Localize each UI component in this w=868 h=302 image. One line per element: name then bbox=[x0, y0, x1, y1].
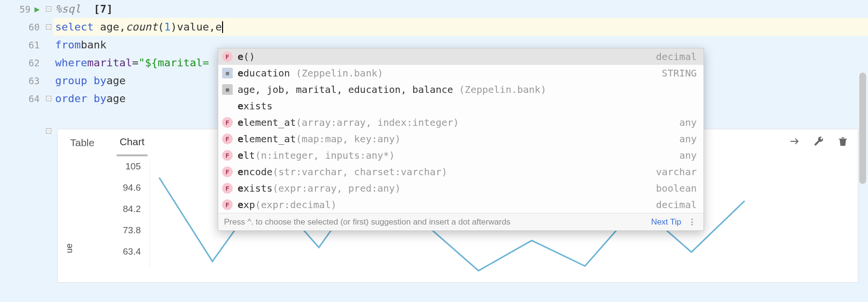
line-number: 60 bbox=[29, 22, 40, 32]
wrench-icon[interactable] bbox=[813, 136, 824, 150]
autocomplete-item[interactable]: Fencode(str:varchar, charset:varchar)var… bbox=[218, 164, 703, 180]
line-gutter: 59 ▶ 60 61 62 63 64 bbox=[0, 0, 44, 302]
tab-chart[interactable]: Chart bbox=[117, 129, 147, 156]
autocomplete-label: elt(n:integer, inputs:any*) bbox=[238, 150, 673, 161]
cell-number: [7] bbox=[93, 3, 113, 15]
autocomplete-type: any bbox=[679, 133, 697, 145]
autocomplete-type: any bbox=[679, 117, 697, 128]
autocomplete-popup: Fe()decimal▦education (Zeppelin.bank)STR… bbox=[218, 48, 704, 231]
function-icon: F bbox=[222, 166, 233, 177]
autocomplete-label: age, job, marital, education, balance (Z… bbox=[238, 84, 697, 95]
gutter-line: 60 bbox=[0, 18, 44, 36]
function-icon: F bbox=[222, 150, 233, 161]
gutter-line: 64 bbox=[0, 90, 44, 107]
gutter-line: 59 ▶ bbox=[0, 0, 44, 18]
autocomplete-item[interactable]: Felt(n:integer, inputs:any*)any bbox=[218, 147, 703, 164]
autocomplete-footer: Press ^. to choose the selected (or firs… bbox=[218, 213, 703, 230]
autocomplete-item[interactable]: Fe()decimal bbox=[218, 48, 703, 65]
autocomplete-type: boolean bbox=[656, 182, 697, 194]
chart-y-label: ue bbox=[64, 243, 75, 253]
autocomplete-label: education (Zeppelin.bank) bbox=[238, 67, 656, 79]
tab-table[interactable]: Table bbox=[67, 130, 97, 155]
function-icon: F bbox=[222, 51, 233, 62]
autocomplete-type: STRING bbox=[662, 67, 697, 79]
text-cursor bbox=[222, 21, 223, 33]
autocomplete-item[interactable]: exists bbox=[218, 98, 703, 114]
y-tick: 94.6 bbox=[123, 182, 141, 193]
y-tick: 105 bbox=[125, 161, 141, 172]
line-number: 63 bbox=[29, 76, 40, 86]
autocomplete-label: element_at(map:map, key:any) bbox=[238, 133, 673, 145]
line-number: 64 bbox=[29, 93, 40, 104]
autocomplete-type: decimal bbox=[656, 51, 697, 62]
scrollbar-thumb[interactable] bbox=[859, 73, 866, 184]
gutter-line: 61 bbox=[0, 36, 44, 54]
autocomplete-item[interactable]: ▦education (Zeppelin.bank)STRING bbox=[218, 65, 703, 81]
vertical-scrollbar[interactable] bbox=[858, 0, 867, 302]
settings-icon[interactable] bbox=[789, 136, 800, 150]
function-icon: F bbox=[222, 183, 233, 194]
code-line[interactable]: %sql [7] bbox=[53, 0, 868, 18]
column-icon: ▦ bbox=[222, 68, 233, 78]
autocomplete-label: element_at(array:array, index:integer) bbox=[238, 117, 673, 128]
autocomplete-item[interactable]: Fexp(expr:decimal)decimal bbox=[218, 196, 703, 213]
more-icon[interactable]: ⋮ bbox=[688, 217, 697, 227]
line-number: 61 bbox=[29, 40, 40, 50]
run-cell-icon[interactable]: ▶ bbox=[34, 4, 40, 14]
y-tick: 63.4 bbox=[123, 246, 141, 257]
autocomplete-label: exp(expr:decimal) bbox=[238, 199, 650, 211]
y-tick: 84.2 bbox=[123, 204, 141, 214]
blank-icon bbox=[222, 101, 233, 111]
autocomplete-item[interactable]: Felement_at(array:array, index:integer)a… bbox=[218, 114, 703, 131]
autocomplete-label: exists(expr:array, pred:any) bbox=[238, 182, 650, 194]
table-icon: ▦ bbox=[222, 84, 233, 95]
function-icon: F bbox=[222, 199, 233, 210]
autocomplete-label: exists bbox=[238, 100, 697, 112]
line-number: 62 bbox=[29, 58, 40, 68]
function-icon: F bbox=[222, 134, 233, 144]
magic-directive: %sql bbox=[55, 3, 81, 15]
footer-hint: Press ^. to choose the selected (or firs… bbox=[224, 217, 651, 227]
y-tick: 73.8 bbox=[123, 225, 141, 236]
autocomplete-label: encode(str:varchar, charset:varchar) bbox=[238, 166, 650, 178]
autocomplete-label: e() bbox=[238, 51, 650, 62]
trash-icon[interactable] bbox=[838, 136, 848, 150]
fold-marker-icon[interactable]: − bbox=[46, 128, 51, 134]
function-icon: F bbox=[222, 117, 233, 128]
fold-marker-icon[interactable]: − bbox=[46, 6, 51, 12]
fold-marker-icon[interactable]: − bbox=[46, 96, 51, 101]
autocomplete-type: decimal bbox=[656, 199, 697, 211]
fold-column: − − − − bbox=[44, 0, 53, 302]
autocomplete-item[interactable]: Fexists(expr:array, pred:any)boolean bbox=[218, 180, 703, 196]
autocomplete-item[interactable]: ▦age, job, marital, education, balance (… bbox=[218, 81, 703, 98]
autocomplete-item[interactable]: Felement_at(map:map, key:any)any bbox=[218, 131, 703, 147]
output-toolbar bbox=[789, 136, 848, 150]
gutter-line: 62 bbox=[0, 54, 44, 72]
autocomplete-type: any bbox=[679, 150, 697, 161]
autocomplete-type: varchar bbox=[656, 166, 697, 178]
gutter-line: 63 bbox=[0, 72, 44, 90]
fold-marker-icon[interactable]: − bbox=[46, 24, 51, 30]
next-tip-link[interactable]: Next Tip bbox=[651, 217, 681, 227]
line-number: 59 bbox=[19, 4, 30, 15]
code-line-active[interactable]: select age , count ( 1 ) value , e bbox=[53, 18, 868, 36]
